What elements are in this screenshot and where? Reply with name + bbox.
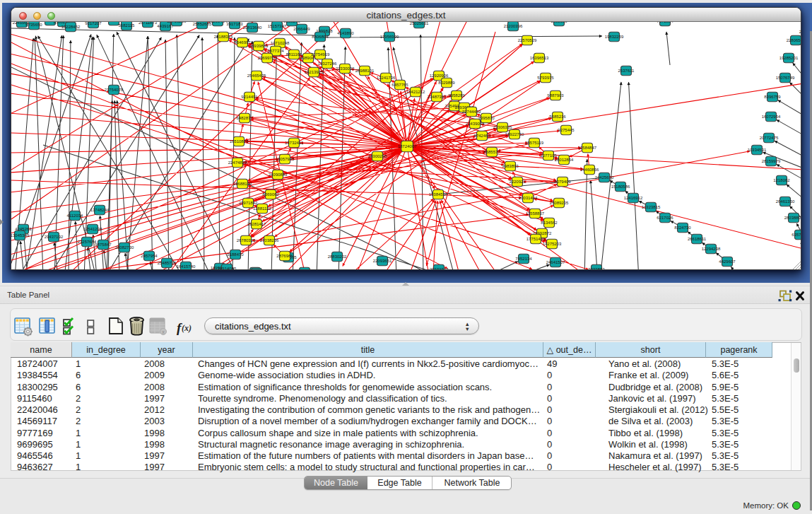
svg-text:20031404: 20031404	[519, 196, 538, 200]
svg-text:9275445: 9275445	[558, 128, 575, 132]
svg-text:11558837: 11558837	[526, 211, 545, 216]
svg-text:25465435: 25465435	[247, 74, 266, 78]
svg-text:8369062: 8369062	[262, 192, 279, 197]
svg-text:28575119: 28575119	[525, 141, 544, 145]
svg-text:26780325: 26780325	[237, 238, 256, 243]
svg-text:24090883: 24090883	[269, 173, 288, 177]
svg-text:22093651: 22093651	[373, 259, 392, 263]
svg-text:5793975: 5793975	[537, 76, 554, 80]
svg-text:10228452: 10228452	[61, 25, 81, 29]
svg-text:10323815: 10323815	[642, 205, 661, 209]
svg-text:19384554: 19384554	[429, 192, 448, 197]
svg-text:9983893: 9983893	[502, 164, 519, 168]
svg-text:2876966: 2876966	[276, 254, 293, 258]
svg-text:28830202: 28830202	[328, 255, 347, 259]
svg-text:22570529: 22570529	[518, 38, 537, 42]
svg-text:2537611: 2537611	[618, 69, 635, 73]
svg-text:22474828: 22474828	[228, 160, 247, 165]
svg-text:25485735: 25485735	[158, 261, 177, 265]
svg-text:26461350: 26461350	[776, 199, 795, 204]
svg-text:21754078: 21754078	[105, 88, 124, 92]
svg-text:28988101: 28988101	[355, 69, 375, 73]
svg-text:7671884: 7671884	[657, 22, 673, 23]
svg-text:2066449: 2066449	[293, 27, 310, 31]
svg-text:23487347: 23487347	[428, 95, 447, 99]
svg-text:22306335: 22306335	[493, 125, 512, 129]
svg-text:8029889: 8029889	[438, 81, 455, 85]
svg-text:10334531: 10334531	[748, 148, 767, 152]
svg-text:2457954: 2457954	[141, 254, 158, 258]
svg-text:17751421: 17751421	[526, 237, 546, 241]
svg-text:18922760: 18922760	[505, 132, 524, 136]
svg-text:16415740: 16415740	[177, 264, 196, 269]
svg-text:8489709: 8489709	[105, 22, 122, 23]
svg-text:3333883: 3333883	[588, 267, 605, 269]
svg-text:22806503: 22806503	[787, 38, 801, 42]
svg-text:3917183: 3917183	[226, 22, 243, 26]
svg-text:23188315: 23188315	[214, 35, 233, 39]
svg-text:20772475: 20772475	[760, 136, 779, 140]
svg-text:28159979: 28159979	[762, 159, 781, 163]
svg-text:4143890: 4143890	[337, 31, 354, 35]
svg-text:5682115: 5682115	[119, 23, 136, 28]
svg-text:5188470: 5188470	[227, 252, 244, 257]
svg-text:8134562: 8134562	[541, 221, 558, 225]
svg-text:23971842: 23971842	[239, 201, 258, 205]
svg-text:24532561: 24532561	[799, 30, 801, 34]
svg-text:15076749: 15076749	[776, 76, 795, 80]
svg-text:25025631: 25025631	[410, 22, 429, 25]
svg-text:10327246: 10327246	[318, 62, 337, 66]
svg-text:6457765: 6457765	[392, 83, 408, 87]
svg-text:9217207: 9217207	[85, 22, 102, 25]
svg-text:3395870: 3395870	[478, 116, 495, 120]
svg-text:28012854: 28012854	[555, 158, 574, 162]
svg-text:6742460: 6742460	[473, 134, 490, 138]
svg-text:1218062: 1218062	[773, 178, 790, 182]
svg-text:26618611: 26618611	[688, 237, 707, 241]
svg-text:10057945: 10057945	[276, 157, 295, 161]
svg-text:9214491: 9214491	[241, 95, 258, 99]
svg-text:29437192: 29437192	[45, 235, 64, 239]
svg-text:4429607: 4429607	[719, 259, 736, 264]
svg-text:13754919: 13754919	[311, 52, 330, 57]
svg-text:28082730: 28082730	[115, 245, 134, 250]
svg-text:9875847: 9875847	[95, 243, 112, 247]
svg-text:15180586: 15180586	[611, 185, 630, 189]
svg-text:24641507: 24641507	[546, 260, 565, 264]
svg-text:5685216: 5685216	[549, 115, 566, 119]
svg-text:19285201: 19285201	[779, 56, 799, 60]
svg-text:8079409: 8079409	[554, 180, 571, 184]
svg-text:21200396: 21200396	[504, 24, 523, 28]
svg-text:25711873: 25711873	[139, 22, 158, 25]
svg-text:3220921: 3220921	[509, 180, 526, 184]
svg-text:11584847: 11584847	[578, 146, 597, 150]
svg-text:8396759: 8396759	[764, 95, 781, 99]
svg-text:(x): (x)	[182, 323, 192, 333]
svg-text:8336273: 8336273	[283, 22, 300, 23]
svg-text:25089205: 25089205	[550, 201, 569, 205]
svg-text:12294238: 12294238	[702, 247, 721, 251]
svg-text:8806804: 8806804	[312, 35, 329, 39]
svg-text:1890399: 1890399	[551, 22, 567, 23]
svg-text:11881122: 11881122	[253, 206, 271, 211]
svg-text:16396513: 16396513	[530, 56, 549, 60]
svg-text:23706266: 23706266	[167, 22, 187, 23]
svg-text:16213925: 16213925	[305, 70, 324, 74]
svg-text:10710248: 10710248	[271, 41, 290, 45]
svg-text:13732411: 13732411	[285, 141, 304, 145]
svg-text:x: x	[162, 329, 165, 334]
svg-text:18300295: 18300295	[368, 154, 387, 158]
svg-text:13045349: 13045349	[11, 233, 30, 238]
svg-text:13421212: 13421212	[406, 90, 425, 94]
svg-text:12920906: 12920906	[430, 74, 449, 78]
svg-text:12541238: 12541238	[83, 227, 102, 231]
svg-text:26939869: 26939869	[249, 44, 269, 48]
svg-text:21439044: 21439044	[466, 122, 485, 126]
svg-text:21257684: 21257684	[78, 240, 97, 244]
svg-text:28038807: 28038807	[784, 216, 801, 220]
svg-text:13241736: 13241736	[377, 76, 396, 80]
svg-text:22330030: 22330030	[336, 66, 355, 71]
svg-text:16510878: 16510878	[230, 139, 249, 144]
svg-text:9887903: 9887903	[547, 93, 564, 98]
svg-text:9958289: 9958289	[448, 93, 465, 98]
